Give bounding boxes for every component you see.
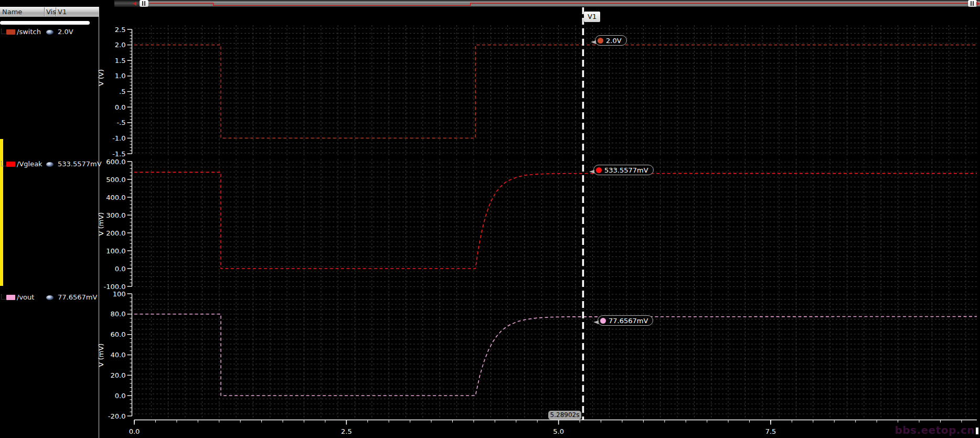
y-tick-label: 2.5	[115, 26, 126, 34]
signal-row-switch[interactable]: /switch 2.0V	[0, 28, 99, 36]
strip-left-handle[interactable]	[140, 0, 148, 7]
cursor-time-label[interactable]: 5.28902s	[548, 411, 581, 420]
column-separator[interactable]	[56, 7, 56, 16]
column-separator[interactable]	[44, 7, 45, 16]
y-tick-label: 200.0	[106, 229, 125, 237]
signal-name[interactable]: /vout	[17, 293, 34, 301]
x-tick-label: 2.5	[341, 428, 352, 435]
signal-row-vout[interactable]: /vout 77.6567mV	[0, 293, 99, 302]
signal-name[interactable]: /switch	[17, 28, 41, 36]
column-header-name[interactable]: Name	[2, 7, 22, 17]
y-tick-label: 60.0	[111, 330, 126, 338]
y-tick-label: -1.5	[112, 150, 125, 158]
y-tick-label: -100.0	[104, 283, 126, 291]
signal-color-swatch[interactable]	[6, 29, 15, 35]
strip-right-handle[interactable]	[968, 0, 977, 7]
visibility-eye-icon[interactable]	[46, 30, 54, 35]
marker-dot-icon	[600, 318, 606, 324]
cursor-value-cell: 2.0V	[58, 28, 73, 36]
readout-text: 77.6567mV	[609, 317, 648, 325]
y-tick-label: -.5	[116, 119, 125, 126]
signal-color-swatch[interactable]	[6, 162, 15, 167]
trace-switch[interactable]	[134, 45, 977, 138]
y-tick-label: 0.0	[115, 392, 126, 400]
waveform-viewer-window: Name Vis V1 /switch 2.0V /Vgleak 533.557…	[0, 0, 980, 438]
y-tick-label: 500.0	[106, 176, 125, 184]
y-tick-label: -1.0	[112, 134, 125, 142]
cursor-readout-switch[interactable]: 2.0V	[595, 35, 627, 46]
y-tick-label: 80.0	[111, 310, 126, 318]
y-tick-label: .5	[119, 88, 125, 95]
cursor-readout-vgleak[interactable]: 533.5577mV	[593, 165, 654, 175]
y-tick-label: 300.0	[106, 211, 125, 219]
readout-text: 533.5577mV	[604, 166, 648, 174]
cursor-readout-vout[interactable]: 77.6567mV	[598, 315, 653, 326]
y-tick-label: 1.5	[115, 57, 126, 65]
signal-color-swatch[interactable]	[6, 295, 15, 300]
y-tick-label: 100.0	[106, 247, 125, 255]
y-tick-label: 1.0	[115, 72, 126, 80]
waveform-plot-area[interactable]: 2.52.01.51.0.50.0-.5-1.0-1.5V (V)600.050…	[0, 0, 980, 438]
y-tick-label: 0.0	[115, 265, 126, 273]
strip-scroll-right-icon[interactable]	[976, 2, 980, 6]
y-tick-label: 600.0	[106, 158, 125, 166]
y-tick-label: 0.0	[115, 103, 126, 111]
readout-text: 2.0V	[606, 37, 622, 45]
y-tick-label: 40.0	[111, 351, 126, 359]
tree-branch-icon	[1, 29, 6, 34]
cursor-value-cell: 77.6567mV	[58, 293, 97, 301]
trace-vout[interactable]	[134, 314, 977, 396]
cursor-v1-flag[interactable]: V1	[584, 12, 600, 22]
handle-grip-icon	[144, 1, 145, 6]
overview-strip-track[interactable]	[114, 0, 980, 7]
column-header-vis[interactable]: Vis	[46, 7, 56, 17]
signal-name[interactable]: /Vgleak	[17, 160, 42, 168]
strip-scroll-left-icon[interactable]	[133, 2, 136, 6]
x-tick-label: 7.5	[765, 428, 776, 435]
marker-dot-icon	[596, 167, 602, 173]
y-tick-label: 20.0	[111, 371, 126, 379]
panel-divider[interactable]	[99, 7, 99, 438]
y-tick-label: 400.0	[106, 194, 125, 201]
signal-row-vgleak[interactable]: /Vgleak 533.5577mV	[0, 160, 99, 168]
y-tick-label: 100	[113, 290, 126, 298]
x-tick-label: 5.0	[553, 428, 564, 435]
column-header-v1[interactable]: V1	[58, 7, 67, 17]
handle-grip-icon	[973, 1, 974, 6]
tree-branch-icon	[1, 294, 6, 300]
signal-panel-scrollbar[interactable]	[0, 21, 90, 25]
trace-Vgleak[interactable]	[134, 172, 977, 269]
y-tick-label: 2.0	[115, 41, 126, 49]
visibility-eye-icon[interactable]	[46, 295, 54, 300]
cursor-value-cell: 533.5577mV	[58, 160, 102, 168]
handle-grip-icon	[971, 1, 972, 6]
handle-grip-icon	[142, 1, 143, 6]
watermark-text: bbs.eetop.cn	[894, 424, 975, 436]
marker-dot-icon	[598, 38, 603, 44]
x-tick-label: 0.0	[129, 428, 140, 435]
y-tick-label: -20.0	[108, 412, 126, 420]
signal-table-header: Name Vis V1	[0, 7, 99, 17]
visibility-eye-icon[interactable]	[46, 162, 54, 167]
corner-mark	[976, 428, 978, 434]
tree-branch-icon	[1, 161, 6, 166]
